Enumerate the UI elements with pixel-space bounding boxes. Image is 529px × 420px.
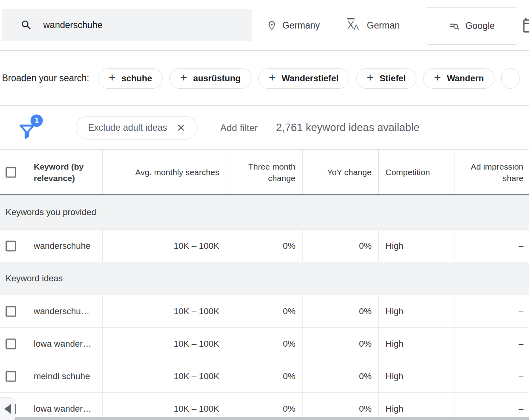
header-label: Avg. monthly searches [135, 166, 219, 178]
horizontal-scrollbar[interactable] [15, 417, 529, 420]
keyword-text: lowa wander… [34, 339, 92, 349]
exclude-chip-label: Exclude adult ideas [88, 122, 167, 133]
broaden-chip-wanderstiefel[interactable]: + Wanderstiefel [258, 68, 349, 89]
three-month-change-cell: 0% [226, 360, 303, 392]
keyword-cell: lowa wander… [0, 393, 103, 420]
table-header-row: Keyword (by relevance) Avg. monthly sear… [0, 150, 529, 195]
header-avg-monthly-searches[interactable]: Avg. monthly searches [103, 150, 226, 194]
keyword-text: wanderschuhe [34, 241, 90, 251]
header-label: YoY change [327, 166, 372, 178]
avg-monthly-searches-cell: 10K – 100K [103, 295, 226, 327]
avg-monthly-searches-cell: 10K – 100K [103, 230, 226, 262]
keyword-ideas-count: 2,761 keyword ideas available [276, 122, 420, 134]
chip-label: schuhe [121, 73, 152, 84]
chip-label: Wandern [447, 73, 484, 84]
close-icon[interactable]: ✕ [176, 123, 185, 133]
yoy-change-cell: 0% [303, 360, 379, 392]
keyword-text: lowa wander… [34, 404, 92, 414]
keyword-cell: wanderschu… [0, 295, 103, 327]
header-yoy-change[interactable]: YoY change [303, 150, 379, 194]
header-keyword[interactable]: Keyword (by relevance) [0, 150, 103, 194]
broaden-chip-list: + schuhe + ausrüstung + Wanderstiefel + … [98, 68, 519, 89]
broaden-chip-partial[interactable] [501, 68, 519, 89]
network-label: Google [465, 21, 494, 31]
header-label: Three month change [242, 161, 295, 184]
triangle-left-icon [4, 404, 11, 414]
yoy-change-cell: 0% [303, 328, 379, 360]
search-terms-icon [448, 20, 460, 32]
ad-impression-share-cell: – [454, 393, 529, 420]
select-all-checkbox[interactable] [6, 167, 16, 178]
chip-label: ausrüstung [193, 73, 241, 84]
top-toolbar: Germany XA German Google [0, 0, 529, 51]
table-row: lowa wander… 10K – 100K 0% 0% High – [0, 328, 529, 360]
ad-impression-share-cell: – [454, 230, 529, 262]
search-icon [20, 19, 33, 31]
keyword-text: wanderschu… [34, 306, 90, 317]
language-label: German [367, 20, 400, 31]
filter-button[interactable]: 1 [17, 115, 42, 141]
scroll-left-button[interactable] [0, 397, 15, 420]
plus-icon: + [269, 72, 276, 84]
location-label: Germany [282, 20, 320, 31]
competition-cell: High [379, 328, 454, 360]
three-month-change-cell: 0% [226, 393, 303, 420]
competition-cell: High [379, 360, 454, 392]
ad-impression-share-cell: – [454, 295, 529, 327]
chip-label: Wanderstiefel [282, 73, 338, 84]
keyword-cell: lowa wander… [0, 328, 103, 360]
search-input[interactable] [43, 20, 210, 31]
search-network-selector[interactable]: Google [425, 7, 518, 45]
avg-monthly-searches-cell: 10K – 100K [103, 360, 226, 392]
location-selector[interactable]: Germany [266, 0, 320, 51]
table-row: meindl schuhe 10K – 100K 0% 0% High – [0, 360, 529, 393]
plus-icon: + [367, 72, 374, 84]
chip-label: Stiefel [380, 73, 406, 84]
language-selector[interactable]: XA German [347, 0, 400, 51]
header-label: Ad impression share [470, 161, 523, 184]
broaden-chip-ausruestung[interactable]: + ausrüstung [169, 68, 251, 89]
location-pin-icon [266, 20, 277, 31]
three-month-change-cell: 0% [226, 230, 303, 262]
ad-impression-share-cell: – [454, 328, 529, 360]
row-checkbox[interactable] [6, 241, 16, 251]
table-row: lowa wander… 10K – 100K 0% 0% High – [0, 393, 529, 420]
competition-cell: High [379, 295, 454, 327]
section-title: Keywords you provided [6, 207, 96, 218]
date-range-selector[interactable] [522, 17, 529, 33]
three-month-change-cell: 0% [226, 328, 303, 360]
row-checkbox[interactable] [6, 338, 16, 349]
plus-icon: + [434, 72, 441, 84]
add-filter-button[interactable]: Add filter [220, 122, 258, 134]
filter-count-badge: 1 [31, 115, 43, 127]
calendar-icon [522, 17, 529, 33]
keyword-cell: meindl schuhe [0, 360, 103, 392]
broaden-chip-stiefel[interactable]: + Stiefel [356, 68, 417, 89]
keyword-search-bar[interactable] [2, 9, 252, 41]
ad-impression-share-cell: – [454, 360, 529, 392]
broaden-chip-wandern[interactable]: + Wandern [423, 68, 494, 89]
competition-cell: High [379, 393, 454, 420]
keyword-cell: wanderschuhe [0, 230, 103, 262]
avg-monthly-searches-cell: 10K – 100K [103, 328, 226, 360]
broaden-search-label: Broaden your search: [2, 73, 89, 84]
broaden-search-row: Broaden your search: + schuhe + ausrüstu… [0, 51, 529, 106]
header-label: Competition [385, 166, 430, 178]
header-ad-impression-share[interactable]: Ad impression share [454, 150, 529, 194]
row-checkbox[interactable] [6, 371, 16, 382]
table-row: wanderschuhe 10K – 100K 0% 0% High – [0, 230, 529, 262]
avg-monthly-searches-cell: 10K – 100K [103, 393, 226, 420]
header-competition[interactable]: Competition [379, 150, 454, 194]
section-keywords-you-provided: Keywords you provided [0, 195, 529, 230]
table-row: wanderschu… 10K – 100K 0% 0% High – [0, 295, 529, 328]
filter-toolbar: 1 Exclude adult ideas ✕ Add filter 2,761… [0, 106, 529, 150]
row-checkbox[interactable] [6, 306, 16, 317]
section-title: Keyword ideas [6, 273, 63, 284]
keyword-text: meindl schuhe [34, 371, 90, 382]
plus-icon: + [109, 72, 116, 84]
plus-icon: + [180, 72, 187, 84]
broaden-chip-schuhe[interactable]: + schuhe [98, 68, 163, 89]
header-three-month-change[interactable]: Three month change [226, 150, 303, 194]
yoy-change-cell: 0% [303, 295, 379, 327]
exclude-adult-ideas-chip[interactable]: Exclude adult ideas ✕ [76, 116, 197, 139]
